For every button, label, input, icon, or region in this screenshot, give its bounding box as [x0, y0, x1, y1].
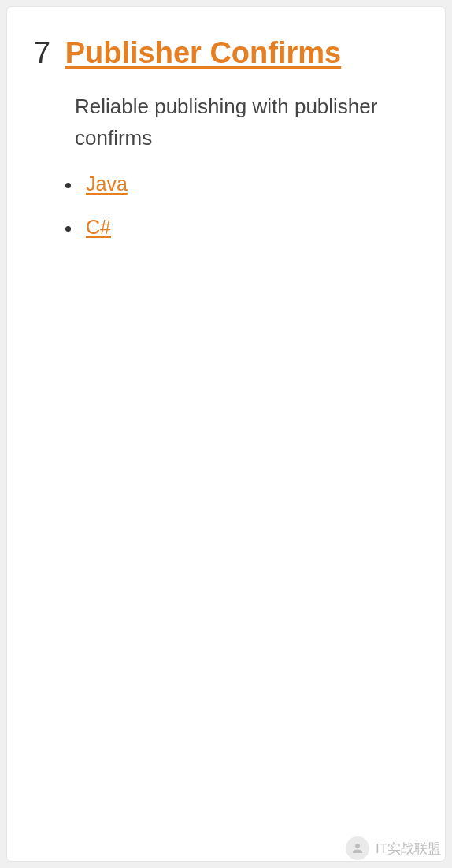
wechat-avatar-icon [346, 836, 369, 860]
section-number: 7 [34, 36, 50, 69]
list-item: C# [81, 214, 418, 240]
language-list: Java C# [61, 171, 418, 239]
section-description: Reliable publishing with publisher confi… [75, 91, 406, 154]
section-title-link[interactable]: Publisher Confirms [65, 36, 342, 69]
language-link-java[interactable]: Java [86, 172, 128, 195]
watermark: IT实战联盟 [346, 836, 441, 860]
language-link-csharp[interactable]: C# [86, 216, 111, 238]
tutorial-card: 7 Publisher Confirms Reliable publishing… [6, 6, 446, 862]
section-heading: 7 Publisher Confirms [34, 35, 418, 72]
watermark-text: IT实战联盟 [376, 840, 441, 858]
list-item: Java [81, 171, 418, 197]
